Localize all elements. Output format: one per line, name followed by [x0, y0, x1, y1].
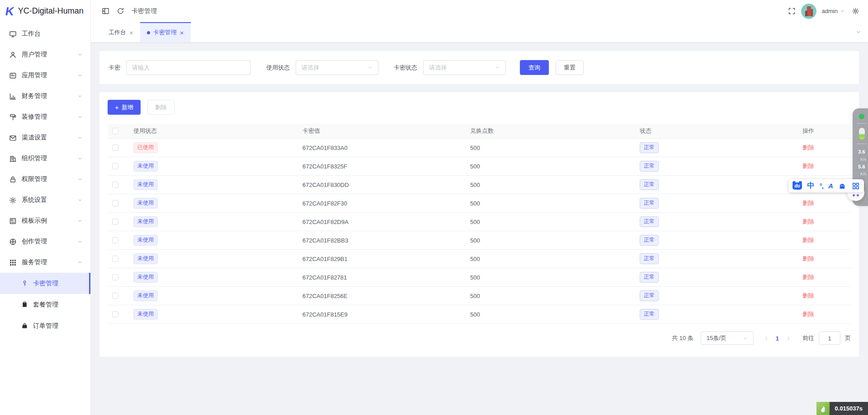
delete-row-link[interactable]: 删除 — [802, 274, 814, 280]
tab-卡密管理[interactable]: 卡密管理× — [140, 22, 191, 42]
sidebar-item[interactable]: 模板示例 — [0, 210, 90, 231]
tab-close-icon[interactable]: × — [129, 29, 133, 36]
tab-工作台[interactable]: 工作台× — [102, 22, 140, 42]
col-header-status: 状态 — [640, 127, 802, 135]
avatar[interactable] — [801, 4, 816, 19]
select-all-checkbox[interactable] — [112, 128, 118, 134]
fullscreen-icon[interactable] — [788, 7, 796, 15]
row-checkbox[interactable] — [112, 219, 118, 225]
use-status-cell: 未使用 — [133, 253, 302, 264]
chevron-down-icon — [77, 93, 83, 99]
row-checkbox[interactable] — [112, 237, 118, 243]
row-checkbox[interactable] — [112, 311, 118, 317]
a-logo-icon[interactable]: A — [828, 182, 833, 190]
delete-row-link[interactable]: 删除 — [802, 237, 814, 243]
sidebar-item[interactable]: 系统设置 — [0, 190, 90, 210]
delete-row-link[interactable]: 删除 — [802, 311, 814, 317]
page-size-value: 15条/页 — [707, 334, 726, 342]
col-header-use-status: 使用状态 — [133, 127, 302, 135]
row-checkbox[interactable] — [112, 182, 118, 188]
next-page-icon[interactable] — [786, 336, 791, 341]
reset-button[interactable]: 重置 — [556, 60, 584, 75]
add-button[interactable]: + 新增 — [108, 100, 141, 115]
delete-button[interactable]: 删除 — [147, 100, 175, 115]
chinese-lang-icon[interactable]: 中 — [807, 181, 815, 191]
delete-row-link[interactable]: 删除 — [802, 255, 814, 262]
sidebar-item-label: 用户管理 — [22, 51, 77, 59]
sidebar-item[interactable]: 服务管理 — [0, 252, 90, 273]
sidebar-subitem[interactable]: 订单管理 — [0, 315, 90, 336]
tab-close-icon[interactable]: × — [180, 29, 184, 36]
points-cell: 500 — [470, 293, 640, 299]
refresh-icon[interactable] — [117, 7, 124, 15]
sidebar-item[interactable]: 组织管理 — [0, 148, 90, 169]
package-icon — [21, 301, 28, 308]
pagination: 共 10 条 15条/页 1 前往 页 — [108, 331, 851, 345]
sidebar-item[interactable]: 渠道设置 — [0, 127, 90, 148]
collapse-sidebar-icon[interactable] — [102, 7, 109, 15]
user-menu[interactable]: admin — [822, 8, 845, 14]
sidebar-item-label: 装修管理 — [22, 113, 77, 121]
row-checkbox-cell — [108, 311, 133, 317]
row-checkbox[interactable] — [112, 163, 118, 169]
ghost-icon[interactable] — [838, 182, 846, 190]
sidebar-subitem[interactable]: 套餐管理 — [0, 294, 90, 315]
card-key-cell: 672CA01F830DD — [302, 182, 470, 188]
topbar: 卡密管理 admin — [91, 0, 868, 22]
row-checkbox[interactable] — [112, 274, 118, 280]
row-checkbox[interactable] — [112, 256, 118, 262]
search-button[interactable]: 查询 — [520, 60, 549, 75]
status-cell: 正常 — [640, 253, 802, 264]
status-cell: 正常 — [640, 216, 802, 227]
status-cell: 正常 — [640, 272, 802, 283]
goto-page-input[interactable] — [819, 331, 840, 345]
baidu-translate-icon[interactable]: du — [793, 182, 802, 190]
sidebar-item[interactable]: 应用管理 — [0, 65, 90, 86]
quote-icon[interactable]: °, — [820, 182, 823, 190]
sidebar-item[interactable]: 财务管理 — [0, 86, 90, 107]
card-status-select[interactable]: 请选择 — [423, 60, 506, 75]
card-key-cell: 672CA01F833A0 — [302, 145, 470, 151]
debug-time-badge[interactable]: 0.015037s — [816, 402, 868, 415]
sidebar-item[interactable]: 用户管理 — [0, 44, 90, 65]
delete-row-link[interactable]: 删除 — [802, 218, 814, 225]
use-status-cell: 已使用 — [133, 142, 302, 153]
data-table: 使用状态 卡密值 兑换点数 状态 操作 已使用672CA01F833A0500正… — [108, 124, 851, 324]
sidebar-item[interactable]: 工作台 — [0, 23, 90, 44]
points-cell: 500 — [470, 145, 640, 151]
table-row: 未使用672CA01F82BB3500正常删除 — [108, 231, 851, 250]
points-cell: 500 — [470, 237, 640, 244]
page-size-select[interactable]: 15条/页 — [701, 331, 754, 345]
delete-row-link[interactable]: 删除 — [802, 144, 814, 151]
status-cell: 正常 — [640, 309, 802, 320]
action-cell: 删除 — [802, 162, 851, 170]
sidebar-item-label: 渠道设置 — [22, 134, 77, 142]
row-checkbox[interactable] — [112, 293, 118, 299]
current-page[interactable]: 1 — [776, 335, 779, 342]
row-checkbox-cell — [108, 182, 133, 188]
sidebar-item[interactable]: 装修管理 — [0, 107, 90, 127]
prev-page-icon[interactable] — [764, 336, 769, 341]
pagination-total: 共 10 条 — [672, 334, 693, 342]
points-cell: 500 — [470, 311, 640, 318]
row-checkbox[interactable] — [112, 200, 118, 206]
use-status-badge: 未使用 — [133, 309, 158, 320]
tab-label: 卡密管理 — [153, 28, 177, 37]
delete-row-link[interactable]: 删除 — [802, 163, 814, 169]
settings-gear-icon[interactable] — [852, 7, 859, 15]
use-status-cell: 未使用 — [133, 235, 302, 246]
col-header-points: 兑换点数 — [470, 127, 640, 135]
sidebar-subitem[interactable]: 卡密管理 — [0, 273, 90, 294]
delete-row-link[interactable]: 删除 — [802, 292, 814, 299]
delete-row-link[interactable]: 删除 — [802, 200, 814, 206]
use-status-select[interactable]: 请选择 — [296, 60, 378, 75]
tabbar-chevron-down-icon[interactable] — [856, 22, 862, 42]
card-key-input[interactable] — [132, 64, 245, 71]
chevron-down-icon — [840, 9, 845, 14]
plus-icon: + — [115, 104, 119, 111]
row-checkbox[interactable] — [112, 145, 118, 151]
sidebar-item[interactable]: 权限管理 — [0, 169, 90, 190]
sidebar-item[interactable]: 创作管理 — [0, 231, 90, 252]
grid-apps-icon[interactable] — [852, 182, 860, 190]
sidebar-subitem-label: 套餐管理 — [33, 301, 58, 309]
